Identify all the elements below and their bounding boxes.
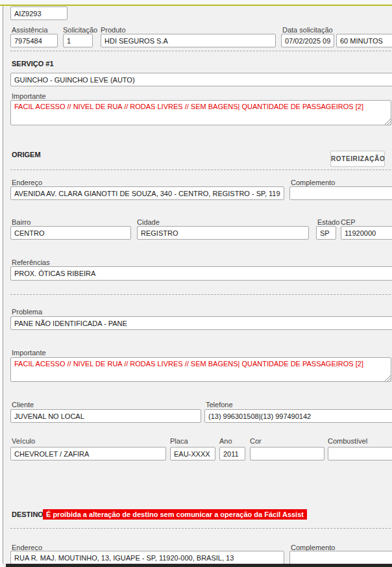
destino-complemento-input[interactable] <box>289 551 392 564</box>
data-solicitacao-input[interactable] <box>281 34 334 47</box>
problema-label: Problema <box>12 308 42 316</box>
assistencia-input[interactable] <box>10 34 58 47</box>
dashed-divider <box>10 528 392 529</box>
top-strip <box>0 0 392 5</box>
destino-endereco-input[interactable] <box>10 551 284 564</box>
referencias-input[interactable] <box>10 266 392 281</box>
cor-input[interactable] <box>250 447 325 460</box>
problema-input[interactable] <box>10 316 392 330</box>
cliente-input[interactable] <box>10 409 201 423</box>
accent-divider-line <box>0 5 392 6</box>
telefone-input[interactable] <box>204 409 392 423</box>
servico-importante-textarea[interactable]: FACIL ACESSO // NIVEL DE RUA // RODAS LI… <box>10 100 391 125</box>
cor-label: Cor <box>250 437 262 446</box>
panel-left-border <box>3 6 3 564</box>
bottom-dark-bar <box>6 564 392 567</box>
destino-section-title: DESTINO <box>12 510 43 519</box>
origem-importante-textarea[interactable]: FACIL ACESSO // NIVEL DE RUA // RODAS LI… <box>10 357 391 382</box>
dashed-divider <box>10 294 392 295</box>
produto-input[interactable] <box>101 34 276 47</box>
combustivel-label: Combustível <box>328 437 367 446</box>
combustivel-input[interactable] <box>328 447 392 460</box>
origem-section-title: ORIGEM <box>12 151 41 159</box>
estado-input[interactable] <box>316 226 336 240</box>
placa-input[interactable] <box>170 447 215 460</box>
dashed-divider <box>10 170 392 170</box>
origem-importante-label: Importante <box>12 349 46 357</box>
telefone-label: Telefone <box>206 401 233 409</box>
bairro-input[interactable] <box>10 226 131 240</box>
destino-warning-badge: É proibida a alteração de destino sem co… <box>43 509 307 520</box>
ano-label: Ano <box>219 437 232 446</box>
cliente-label: Cliente <box>12 401 34 409</box>
origem-complemento-input[interactable] <box>289 186 392 200</box>
placa-label: Placa <box>170 437 188 446</box>
veiculo-input[interactable] <box>10 447 166 460</box>
origem-endereco-input[interactable] <box>10 186 284 200</box>
servico-section-title: SERVIÇO #1 <box>12 60 54 68</box>
plate-input[interactable] <box>10 6 67 20</box>
dashed-divider <box>10 51 392 51</box>
solicitacao-input[interactable] <box>63 34 93 47</box>
cep-input[interactable] <box>341 226 392 240</box>
roteirizacao-button[interactable]: ROTEIRIZAÇÃO <box>330 151 385 167</box>
cidade-input[interactable] <box>137 226 309 240</box>
prazo-input[interactable] <box>336 34 392 47</box>
veiculo-label: Veículo <box>12 437 35 446</box>
servico-tipo-input[interactable] <box>10 73 392 86</box>
ano-input[interactable] <box>219 447 245 460</box>
